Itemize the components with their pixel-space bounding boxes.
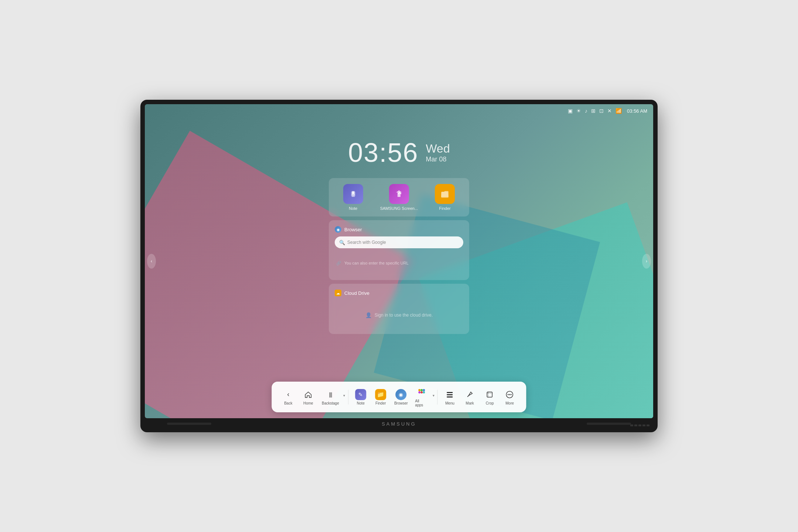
browser-url-hint: You can also enter the specific URL	[344, 261, 409, 265]
taskbar-allapps[interactable]: All apps	[412, 385, 431, 409]
taskbar: ‹ Back Home ||| Backstage ▾ ✎	[272, 382, 526, 412]
clock-widget: 03:56 Wed Mar 08	[348, 137, 450, 168]
cloud-signin-text: Sign in to use the cloud drive.	[375, 313, 433, 318]
browser-taskbar-label: Browser	[394, 401, 408, 405]
divider-1	[348, 390, 348, 405]
browser-card-header: ◉ Browser	[335, 226, 463, 233]
browser-widget-title: Browser	[344, 227, 362, 232]
taskbar-home[interactable]: Home	[299, 388, 317, 407]
status-time: 03:56 AM	[627, 108, 647, 114]
taskbar-note[interactable]: ✎ Note	[351, 388, 370, 407]
allapps-taskbar-label: All apps	[415, 399, 428, 407]
widget-panel: Note SAMSUNG Screen...	[329, 178, 469, 338]
clock-time: 03:56	[348, 137, 418, 168]
finder-taskbar-icon: 📁	[375, 389, 386, 400]
crop-icon	[484, 389, 495, 400]
allapps-chevron: ▾	[433, 393, 434, 398]
status-bar: ▣ ☀ ♪ ⊞ ⊡ ✕ 📶 03:56 AM	[145, 104, 653, 117]
speaker-left	[167, 423, 211, 425]
svg-point-5	[420, 391, 423, 393]
right-arrow[interactable]: ›	[642, 254, 651, 269]
taskbar-mark[interactable]: Mark	[461, 388, 479, 407]
more-label: More	[505, 401, 514, 405]
port-4	[642, 424, 645, 426]
port-1	[630, 424, 633, 426]
note-app-label: Note	[349, 206, 357, 211]
more-icon	[504, 389, 515, 400]
taskbar-crop[interactable]: Crop	[481, 388, 499, 407]
screen-icon: ▣	[568, 108, 573, 114]
clock-date: Wed Mar 08	[426, 142, 450, 163]
svg-rect-10	[487, 392, 492, 397]
svg-point-6	[423, 391, 425, 393]
back-label: Back	[284, 401, 292, 405]
home-label: Home	[303, 401, 313, 405]
finder-icon	[435, 184, 455, 204]
app-samsung-screen[interactable]: SAMSUNG Screen...	[380, 184, 418, 211]
browser-taskbar-icon: ◉	[395, 389, 406, 400]
menu-label: Menu	[445, 401, 454, 405]
finder-taskbar-label: Finder	[375, 401, 386, 405]
taskbar-menu[interactable]: Menu	[441, 388, 459, 407]
apps-card: Note SAMSUNG Screen...	[329, 178, 469, 216]
app-note[interactable]: Note	[343, 184, 363, 211]
cloud-drive-header: ☁ Cloud Drive	[335, 290, 463, 296]
backstage-icon: |||	[325, 389, 336, 400]
tv-screen: ▣ ☀ ♪ ⊞ ⊡ ✕ 📶 03:56 AM 03:56 Wed Mar 08	[145, 104, 653, 418]
app-finder[interactable]: Finder	[435, 184, 455, 211]
svg-point-3	[423, 389, 425, 391]
svg-rect-8	[447, 394, 453, 395]
browser-small-icon: ◉	[335, 226, 341, 233]
divider-2	[437, 390, 438, 405]
speaker-right	[587, 423, 631, 425]
mark-label: Mark	[466, 401, 474, 405]
left-arrow[interactable]: ‹	[147, 254, 156, 269]
port-2	[634, 424, 637, 426]
cloud-drive-card: ☁ Cloud Drive 👤 Sign in to use the cloud…	[329, 284, 469, 334]
taskbar-more[interactable]: More	[501, 388, 519, 407]
cloud-signin-area[interactable]: 👤 Sign in to use the cloud drive.	[335, 302, 463, 328]
svg-point-4	[418, 391, 420, 393]
svg-point-0	[352, 191, 354, 194]
search-placeholder-text: Search with Google	[347, 240, 386, 245]
tv-bottom-bezel: SAMSUNG	[145, 418, 653, 429]
svg-point-2	[420, 389, 423, 391]
backstage-label: Backstage	[322, 401, 339, 405]
crop-label: Crop	[486, 401, 494, 405]
port-area	[630, 424, 649, 426]
network-icon: ✕	[607, 108, 612, 114]
search-icon: 🔍	[339, 240, 345, 245]
mark-icon	[464, 389, 475, 400]
svg-point-14	[508, 394, 509, 395]
browser-widget-card: ◉ Browser 🔍 Search with Google 🔗 You can…	[329, 220, 469, 280]
samsung-screen-label: SAMSUNG Screen...	[380, 206, 418, 211]
port-5	[647, 424, 649, 426]
clock-month: Mar 08	[426, 156, 450, 163]
menu-icon	[444, 389, 456, 400]
device-icon: ⊞	[591, 108, 596, 114]
svg-point-1	[418, 389, 420, 391]
cloud-drive-title: Cloud Drive	[344, 290, 369, 296]
note-app-icon	[343, 184, 363, 204]
note-taskbar-label: Note	[357, 401, 365, 405]
svg-rect-9	[447, 396, 453, 398]
tv-brand-label: SAMSUNG	[382, 421, 416, 427]
cast-icon: ⊡	[599, 108, 604, 114]
taskbar-finder[interactable]: 📁 Finder	[371, 388, 390, 407]
svg-rect-7	[447, 392, 453, 393]
wifi-icon: 📶	[615, 108, 622, 114]
svg-point-15	[509, 394, 510, 395]
volume-icon: ♪	[585, 108, 587, 114]
tv-frame: ▣ ☀ ♪ ⊞ ⊡ ✕ 📶 03:56 AM 03:56 Wed Mar 08	[140, 100, 658, 432]
allapps-taskbar-icon	[416, 387, 427, 398]
finder-app-label: Finder	[439, 206, 451, 211]
taskbar-back[interactable]: ‹ Back	[279, 388, 297, 407]
home-icon	[303, 389, 314, 400]
taskbar-backstage[interactable]: ||| Backstage	[319, 388, 342, 407]
google-search-bar[interactable]: 🔍 Search with Google	[335, 236, 463, 248]
cloud-drive-icon: ☁	[335, 290, 341, 296]
brightness-icon: ☀	[576, 108, 581, 114]
svg-point-16	[511, 394, 512, 395]
note-taskbar-icon: ✎	[355, 389, 366, 400]
taskbar-browser[interactable]: ◉ Browser	[391, 388, 410, 407]
